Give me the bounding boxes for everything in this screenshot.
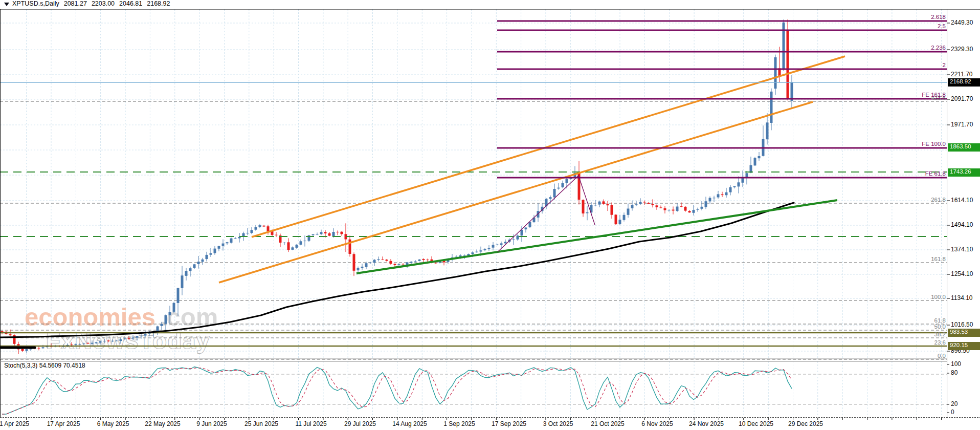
ohlc-open: 2081.27 bbox=[64, 0, 87, 7]
gridlines bbox=[0, 9, 947, 417]
symbol-menu-triangle-icon[interactable] bbox=[4, 3, 9, 6]
trading-terminal-chart-window: XPTUSD.s,Daily2081.272203.002046.812168.… bbox=[0, 0, 980, 430]
chart-title-bar: XPTUSD.s,Daily2081.272203.002046.812168.… bbox=[0, 0, 980, 9]
chart-frame bbox=[0, 9, 980, 420]
watermark-brand-text: economies bbox=[25, 303, 155, 331]
ohlc-high: 2203.00 bbox=[92, 0, 115, 7]
stochastic-oscillator bbox=[0, 367, 947, 415]
watermark-site-text: FxNewsToday bbox=[46, 328, 210, 354]
ohlc-close: 2168.92 bbox=[147, 0, 170, 7]
watermark-brand-suffix: .com bbox=[160, 303, 218, 331]
ohlc-low: 2046.81 bbox=[119, 0, 142, 7]
chart-canvas[interactable]: economies .com FxNewsToday bbox=[0, 0, 980, 430]
chart-symbol-period: XPTUSD.s,Daily bbox=[12, 0, 59, 7]
